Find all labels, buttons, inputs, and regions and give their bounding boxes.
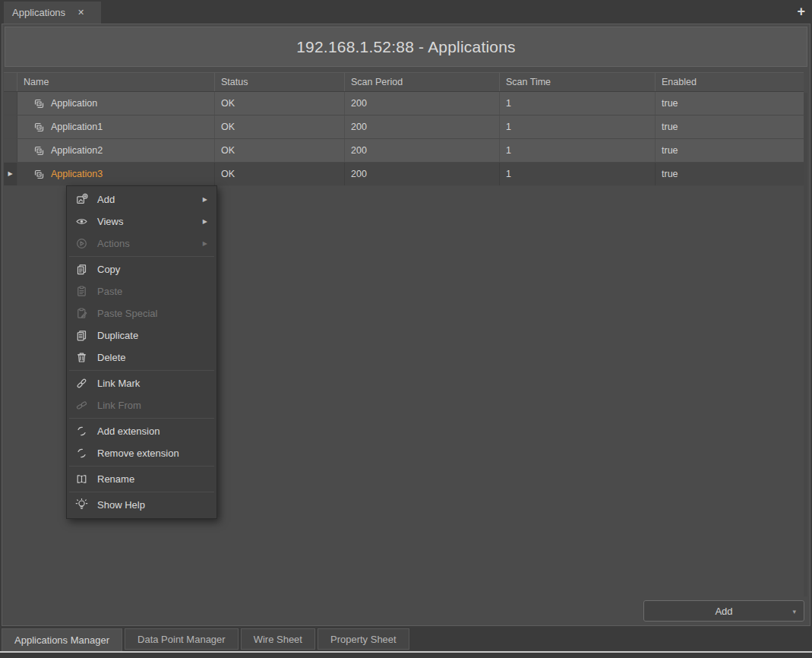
menu-item-actions: Actions▶ xyxy=(67,233,216,255)
column-header-scan-period[interactable]: Scan Period xyxy=(345,73,500,91)
cell-scan-period: 200 xyxy=(345,92,500,115)
cell-name: Application3 xyxy=(17,163,215,185)
menu-item-label: Remove extension xyxy=(97,448,179,459)
table-row-application3[interactable]: ▶Application3OK2001true xyxy=(4,163,804,186)
cell-scan-time: 1 xyxy=(500,115,656,138)
paste-icon xyxy=(75,285,88,298)
applications-table: NameStatusScan PeriodScan TimeEnabled ▶A… xyxy=(4,72,804,186)
add-extension-icon xyxy=(75,425,88,438)
table-row-application[interactable]: ▶ApplicationOK2001true xyxy=(4,92,804,115)
add-button[interactable]: Add ▾ xyxy=(643,600,804,622)
cell-name: Application1 xyxy=(17,115,215,138)
cell-scan-period: 200 xyxy=(345,163,500,185)
menu-separator xyxy=(69,418,214,419)
remove-extension-icon xyxy=(75,447,88,460)
view-tab-applications-manager[interactable]: Applications Manager xyxy=(2,628,122,652)
menu-separator xyxy=(69,370,214,371)
cell-enabled: true xyxy=(656,163,804,185)
application-name-label: Application1 xyxy=(51,115,103,138)
column-header-enabled[interactable]: Enabled xyxy=(656,73,804,91)
link-mark-icon xyxy=(75,377,88,390)
cell-name: Application xyxy=(17,92,215,115)
row-gutter: ▶ xyxy=(4,115,17,138)
menu-item-paste-special: Paste Special xyxy=(67,302,216,324)
context-menu: Add▶Views▶Actions▶CopyPastePaste Special… xyxy=(66,185,217,519)
row-gutter: ▶ xyxy=(4,163,17,185)
submenu-arrow-icon: ▶ xyxy=(203,196,207,203)
selected-row-marker-icon: ▶ xyxy=(8,163,12,185)
tab-applications[interactable]: Applications ✕ xyxy=(4,2,101,24)
menu-item-add[interactable]: Add▶ xyxy=(67,188,216,210)
application-icon xyxy=(33,144,46,157)
cell-status: OK xyxy=(215,139,345,162)
table-row-application2[interactable]: ▶Application2OK2001true xyxy=(4,139,804,163)
menu-item-link-mark[interactable]: Link Mark xyxy=(67,372,216,394)
new-tab-button[interactable]: + xyxy=(797,2,805,21)
menu-item-rename[interactable]: Rename xyxy=(67,468,216,490)
cell-scan-time: 1 xyxy=(500,92,656,115)
table-row-application1[interactable]: ▶Application1OK2001true xyxy=(4,115,804,139)
menu-item-label: Add extension xyxy=(97,425,160,437)
submenu-arrow-icon: ▶ xyxy=(203,240,207,247)
paste-special-icon xyxy=(75,307,88,320)
application-icon xyxy=(33,97,46,110)
menu-separator xyxy=(69,492,214,492)
duplicate-icon xyxy=(75,329,88,342)
application-name-label: Application3 xyxy=(51,163,103,185)
cell-scan-time: 1 xyxy=(500,163,656,185)
footer-toolbar: Add ▾ xyxy=(2,596,810,625)
menu-item-label: Delete xyxy=(97,352,126,363)
menu-item-label: Show Help xyxy=(97,499,145,511)
menu-item-label: Copy xyxy=(97,264,120,275)
header-gutter xyxy=(4,73,17,91)
cell-enabled: true xyxy=(656,115,804,138)
view-tab-bar: Applications ManagerData Point ManagerWi… xyxy=(0,626,812,653)
menu-item-label: Add xyxy=(97,194,115,205)
menu-item-label: Views xyxy=(97,216,123,227)
column-header-status[interactable]: Status xyxy=(215,73,345,91)
device-title-bar: 192.168.1.52:88 - Applications xyxy=(5,27,807,67)
menu-item-label: Paste Special xyxy=(97,308,158,319)
menu-item-add-extension[interactable]: Add extension xyxy=(67,420,216,442)
cell-status: OK xyxy=(215,92,345,115)
menu-item-label: Paste xyxy=(97,286,122,297)
close-icon[interactable]: ✕ xyxy=(77,8,84,17)
menu-item-views[interactable]: Views▶ xyxy=(67,210,216,233)
application-name-label: Application xyxy=(51,92,97,115)
view-tab-property-sheet[interactable]: Property Sheet xyxy=(318,628,409,650)
row-gutter: ▶ xyxy=(4,92,17,115)
actions-icon xyxy=(75,237,88,250)
delete-icon xyxy=(75,351,88,364)
cell-scan-time: 1 xyxy=(500,139,656,162)
menu-item-remove-extension[interactable]: Remove extension xyxy=(67,442,216,464)
menu-item-label: Rename xyxy=(97,473,134,485)
vertical-scrollbar[interactable] xyxy=(804,93,807,596)
cell-enabled: true xyxy=(656,92,804,115)
rename-icon xyxy=(75,473,88,486)
menu-item-label: Duplicate xyxy=(97,330,138,341)
menu-item-show-help[interactable]: Show Help xyxy=(67,494,216,516)
cell-scan-period: 200 xyxy=(345,139,500,162)
copy-icon xyxy=(75,263,88,276)
view-tab-wire-sheet[interactable]: Wire Sheet xyxy=(241,628,315,650)
document-tab-bar: Applications ✕ + xyxy=(0,0,812,24)
menu-item-paste: Paste xyxy=(67,280,216,302)
menu-item-delete[interactable]: Delete xyxy=(67,346,216,369)
view-tab-data-point-manager[interactable]: Data Point Manager xyxy=(125,628,239,650)
views-icon xyxy=(75,215,88,228)
menu-item-duplicate[interactable]: Duplicate xyxy=(67,324,216,346)
cell-name: Application2 xyxy=(17,139,215,162)
add-button-label: Add xyxy=(715,606,732,617)
window-bottom-edge xyxy=(0,653,812,658)
menu-item-label: Link Mark xyxy=(97,378,140,389)
menu-item-label: Actions xyxy=(97,238,130,249)
column-header-name[interactable]: Name xyxy=(17,73,215,91)
menu-separator xyxy=(69,466,214,467)
page-title: 192.168.1.52:88 - Applications xyxy=(296,38,516,56)
application-name-label: Application2 xyxy=(51,139,103,162)
chevron-down-icon[interactable]: ▾ xyxy=(792,608,796,615)
cell-status: OK xyxy=(215,163,345,185)
menu-item-copy[interactable]: Copy xyxy=(67,258,216,280)
column-header-scan-time[interactable]: Scan Time xyxy=(500,73,656,91)
menu-separator xyxy=(69,256,214,257)
